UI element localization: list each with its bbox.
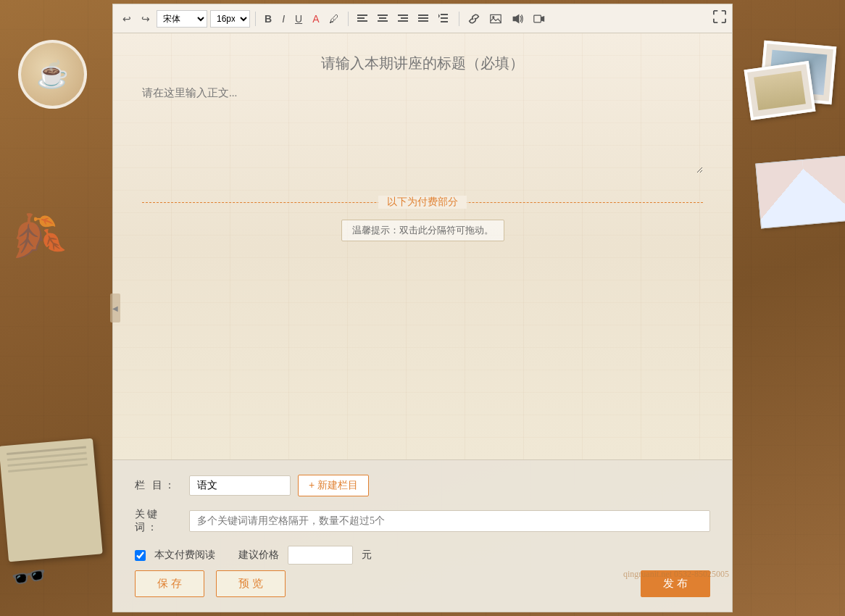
editor-area[interactable]: 以下为付费部分 温馨提示：双击此分隔符可拖动。 bbox=[112, 33, 733, 459]
underline-button[interactable]: U bbox=[291, 12, 306, 26]
align-right-button[interactable] bbox=[394, 13, 412, 25]
paywall-separator[interactable]: 以下为付费部分 bbox=[142, 195, 703, 209]
letter-decoration bbox=[755, 156, 845, 229]
svg-rect-6 bbox=[398, 14, 408, 16]
svg-rect-9 bbox=[418, 14, 428, 16]
left-collapse-arrow[interactable]: ◀ bbox=[110, 294, 120, 322]
font-size-select[interactable]: 16px bbox=[210, 10, 250, 28]
link-button[interactable] bbox=[465, 12, 483, 25]
preview-button[interactable]: 预 览 bbox=[216, 570, 286, 597]
glasses-icon: 🕶️ bbox=[8, 557, 49, 597]
svg-rect-13 bbox=[441, 14, 448, 15]
publish-button[interactable]: 发 布 bbox=[641, 570, 710, 597]
suggest-price-label: 建议价格 bbox=[238, 549, 279, 562]
svg-marker-19 bbox=[513, 14, 520, 23]
svg-rect-1 bbox=[357, 17, 365, 19]
align-left-button[interactable] bbox=[354, 13, 371, 25]
toolbar-separator-1 bbox=[255, 12, 256, 26]
notebook-decoration bbox=[0, 438, 103, 562]
font-color-button[interactable]: A bbox=[309, 12, 322, 26]
form-area: 栏 目： + 新建栏目 关键词： 本文付费阅读 建议价格 元 保 存 预 览 发… bbox=[112, 459, 733, 612]
svg-rect-0 bbox=[357, 14, 367, 16]
svg-rect-11 bbox=[418, 20, 428, 22]
highlight-button[interactable]: 🖊 bbox=[325, 12, 343, 26]
left-decoration: ☕ 🍂 🕶️ bbox=[0, 0, 112, 616]
bold-button[interactable]: B bbox=[261, 12, 275, 26]
italic-button[interactable]: I bbox=[278, 12, 288, 26]
line-height-icon bbox=[438, 14, 450, 24]
right-decoration bbox=[733, 0, 845, 616]
image-icon bbox=[490, 14, 501, 24]
save-button[interactable]: 保 存 bbox=[135, 570, 204, 597]
coffee-icon: ☕ bbox=[36, 59, 69, 90]
leaf-icon: 🍂 bbox=[0, 202, 69, 269]
font-select[interactable]: 宋体 bbox=[157, 10, 207, 28]
photo-2 bbox=[744, 61, 816, 120]
svg-rect-14 bbox=[441, 17, 448, 19]
svg-rect-3 bbox=[378, 14, 388, 16]
category-row: 栏 目： + 新建栏目 bbox=[135, 475, 710, 496]
video-button[interactable] bbox=[530, 12, 549, 25]
keywords-row: 关键词： bbox=[135, 508, 710, 534]
action-row: 保 存 预 览 发 布 bbox=[135, 570, 710, 597]
paid-read-label: 本文付费阅读 bbox=[154, 549, 215, 562]
svg-rect-10 bbox=[418, 17, 428, 19]
keywords-input[interactable] bbox=[189, 510, 710, 532]
body-input[interactable] bbox=[142, 86, 703, 173]
svg-rect-4 bbox=[379, 17, 386, 19]
undo-button[interactable]: ↩ bbox=[119, 12, 135, 26]
svg-rect-8 bbox=[398, 20, 408, 22]
align-justify-icon bbox=[418, 14, 428, 23]
paywall-label: 以下为付费部分 bbox=[378, 196, 467, 209]
align-center-button[interactable] bbox=[374, 13, 391, 25]
yuan-label: 元 bbox=[362, 549, 372, 562]
align-justify-button[interactable] bbox=[415, 13, 432, 25]
link-icon bbox=[468, 14, 480, 24]
svg-marker-16 bbox=[438, 14, 440, 18]
price-input[interactable] bbox=[288, 546, 353, 565]
line-height-button[interactable] bbox=[435, 12, 454, 25]
fullscreen-icon bbox=[713, 10, 726, 23]
redo-button[interactable]: ↪ bbox=[138, 12, 154, 26]
audio-icon bbox=[512, 14, 523, 24]
paid-row: 本文付费阅读 建议价格 元 bbox=[135, 546, 710, 565]
align-left-icon bbox=[357, 14, 367, 23]
video-icon bbox=[533, 14, 545, 24]
toolbar-separator-3 bbox=[459, 12, 459, 26]
toolbar: ↩ ↪ 宋体 16px B I U A 🖊 bbox=[112, 4, 733, 33]
chevron-left-icon: ◀ bbox=[112, 304, 118, 312]
keywords-label: 关键词： bbox=[135, 508, 182, 534]
title-input[interactable] bbox=[142, 48, 703, 86]
svg-rect-17 bbox=[491, 14, 501, 22]
svg-rect-7 bbox=[401, 17, 408, 19]
editor-container: ↩ ↪ 宋体 16px B I U A 🖊 bbox=[112, 4, 733, 612]
audio-button[interactable] bbox=[508, 12, 527, 25]
paid-checkbox[interactable] bbox=[135, 550, 146, 561]
fullscreen-button[interactable] bbox=[713, 10, 726, 27]
toolbar-separator-2 bbox=[348, 12, 349, 26]
svg-rect-15 bbox=[441, 21, 448, 22]
svg-rect-20 bbox=[534, 15, 541, 22]
align-right-icon bbox=[398, 14, 408, 23]
new-category-button[interactable]: + 新建栏目 bbox=[298, 475, 369, 496]
photos-decoration bbox=[740, 43, 841, 138]
avatar: ☕ bbox=[18, 40, 87, 109]
svg-marker-21 bbox=[541, 16, 545, 22]
svg-rect-5 bbox=[378, 20, 388, 22]
align-center-icon bbox=[378, 14, 388, 23]
category-label: 栏 目： bbox=[135, 479, 182, 492]
category-input[interactable] bbox=[189, 475, 291, 496]
image-button[interactable] bbox=[486, 12, 505, 25]
paywall-hint[interactable]: 温馨提示：双击此分隔符可拖动。 bbox=[341, 220, 504, 241]
svg-rect-2 bbox=[357, 20, 367, 22]
